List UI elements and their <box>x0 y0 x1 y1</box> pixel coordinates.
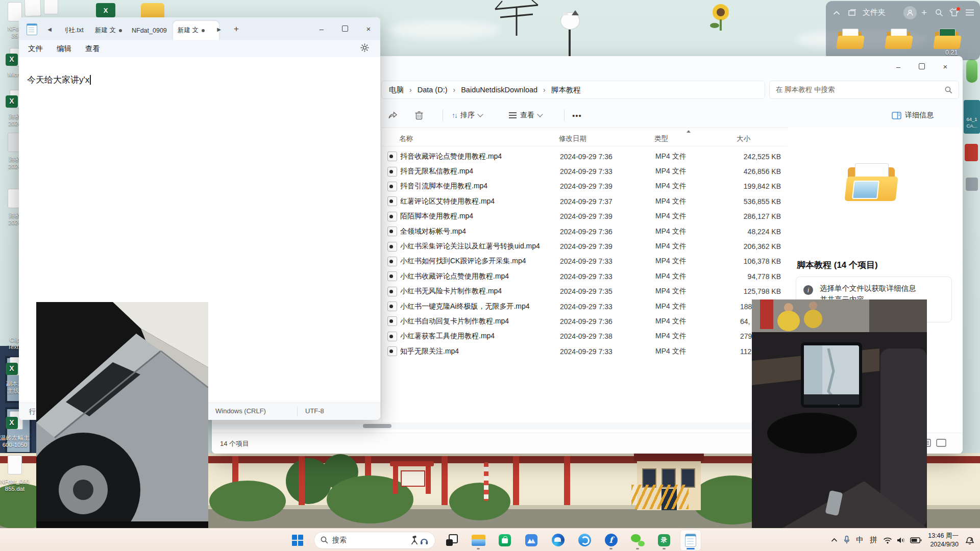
video-overlay-cybertruck-exterior[interactable] <box>36 302 208 528</box>
taskbar-search[interactable]: 搜索 <box>314 532 435 549</box>
minimize-button[interactable]: – <box>310 18 333 39</box>
microphone-icon[interactable] <box>844 536 850 544</box>
desktop-icon-label: NFdat_090 <box>0 478 35 485</box>
notepad-tab[interactable]: 新建 文 <box>173 21 219 40</box>
breadcrumb-item[interactable]: 脚本教程 › <box>551 85 581 95</box>
file-row[interactable]: 抖音引流脚本使用教程.mp4 2024-09-29 7:39 MP4 文件 19… <box>381 179 788 194</box>
taskbar-app-task-view[interactable] <box>442 530 462 550</box>
tab-scroll-left-icon[interactable]: ◀ <box>43 23 56 35</box>
share-button[interactable] <box>388 108 398 123</box>
widget-folder[interactable] <box>886 28 912 50</box>
desktop-icon-sliver-green[interactable] <box>966 59 977 83</box>
file-row[interactable]: 红薯评论区艾特使用教程.mp4 2024-09-29 7:37 MP4 文件 5… <box>381 194 788 209</box>
taskbar-app-store[interactable] <box>495 530 515 550</box>
file-row[interactable]: 小红书一键克隆Ai终极版，无限多开.mp4 2024-09-29 7:33 MP… <box>381 299 788 314</box>
column-header-type[interactable]: 类型 <box>654 134 717 143</box>
tab-scroll-right-icon[interactable]: ▶ <box>213 23 225 35</box>
menu-item[interactable]: 查看 <box>85 44 100 54</box>
breadcrumb-label[interactable]: 脚本教程 <box>551 85 581 95</box>
file-row[interactable]: 小红书无风险卡片制作教程.mp4 2024-09-29 7:35 MP4 文件 … <box>381 284 788 299</box>
view-button[interactable]: 查看 <box>509 108 542 123</box>
file-row[interactable]: 陌陌脚本使用教程.mp4 2024-09-29 7:39 MP4 文件 286,… <box>381 209 788 224</box>
desktop-icon-sliver-red[interactable] <box>965 144 978 161</box>
start-button[interactable] <box>287 530 308 550</box>
details-toggle-button[interactable]: 详细信息 <box>892 108 934 123</box>
add-icon[interactable]: + <box>921 8 927 18</box>
taskbar-app-recorder[interactable]: 录 <box>654 530 674 550</box>
desktop-doc-icon-partial[interactable] <box>24 0 41 17</box>
search-icon[interactable] <box>935 9 943 17</box>
theme-shirt-icon[interactable] <box>949 8 959 18</box>
desktop-doc-icon-partial[interactable] <box>44 0 58 14</box>
explorer-search[interactable]: 在 脚本教程 中搜索 <box>769 81 959 99</box>
breadcrumb-item[interactable]: BaiduNetdiskDownload › <box>461 86 551 94</box>
more-button[interactable]: ••• <box>572 108 582 123</box>
taskbar-app-wechat[interactable] <box>627 530 648 550</box>
file-row[interactable]: 小红书自动回复卡片制作教程.mp4 2024-09-29 7:36 MP4 文件… <box>381 314 788 329</box>
collapse-icon[interactable] <box>833 11 840 15</box>
tray-expand-chevron-icon[interactable] <box>831 538 838 542</box>
file-name: 知乎无限关注.mp4 <box>400 347 560 356</box>
file-row[interactable]: 抖音收藏评论点赞使用教程.mp4 2024-09-29 7:36 MP4 文件 … <box>381 149 788 164</box>
ime-layout[interactable]: 拼 <box>870 535 877 545</box>
menu-icon[interactable] <box>966 9 974 16</box>
taskbar-app-blue-swirl[interactable] <box>574 530 595 550</box>
taskbar-app-edge[interactable] <box>548 530 568 550</box>
desktop-excel-icon-partial[interactable] <box>96 3 115 17</box>
menu-item[interactable]: 编辑 <box>57 44 71 54</box>
file-row[interactable]: 小红书收藏评论点赞使用教程.mp4 2024-09-29 7:33 MP4 文件… <box>381 269 788 284</box>
encoding[interactable]: UTF-8 <box>305 407 324 415</box>
desktop-icon-nfdat-090[interactable]: NFdat_090 855.dat <box>0 455 35 493</box>
maximize-button[interactable] <box>333 18 357 39</box>
horizontal-scrollbar[interactable] <box>212 422 788 430</box>
taskbar-app-file-explorer[interactable] <box>468 530 488 550</box>
account-icon[interactable] <box>903 6 917 19</box>
file-size: 426,856 KB <box>718 167 781 176</box>
minimize-button[interactable]: – <box>887 56 910 77</box>
breadcrumb-label[interactable]: BaiduNetdiskDownload <box>461 86 537 94</box>
column-header-name[interactable]: 名称 <box>399 134 559 143</box>
widget-folder[interactable] <box>934 28 961 50</box>
close-button[interactable]: × <box>357 18 380 39</box>
breadcrumb-label[interactable]: Data (D:) <box>418 86 448 94</box>
scrollbar-thumb[interactable] <box>363 424 391 428</box>
taskbar-app-blue-m[interactable] <box>521 530 542 550</box>
maximize-button[interactable] <box>910 56 934 77</box>
breadcrumb-label[interactable]: 电脑 <box>389 85 404 95</box>
ime-language[interactable]: 中 <box>856 535 864 545</box>
taskbar-app-f-app[interactable]: f <box>601 530 621 550</box>
thumbnail-view-toggle-icon[interactable] <box>936 439 946 447</box>
video-overlay-cybertruck-interior[interactable] <box>752 299 927 528</box>
file-row[interactable]: 小红书采集评论关注以及红薯号转换uid.mp4 2024-09-29 7:39 … <box>381 239 788 254</box>
delete-button[interactable] <box>415 108 423 123</box>
search-icon[interactable] <box>945 86 952 94</box>
tray-clock[interactable]: 13:46 周一 2024/9/30 <box>928 532 959 548</box>
column-header-size[interactable]: 大小 <box>717 134 780 143</box>
column-header-modified[interactable]: 修改日期 <box>559 134 654 143</box>
close-button[interactable]: × <box>934 56 957 77</box>
toolbar-divider <box>564 110 565 121</box>
file-row[interactable]: 知乎无限关注.mp4 2024-09-29 7:33 MP4 文件 112, <box>381 344 788 359</box>
file-row[interactable]: 小红薯获客工具使用教程.mp4 2024-09-29 7:38 MP4 文件 2… <box>381 329 788 344</box>
breadcrumb-item[interactable]: 电脑 › <box>389 85 418 95</box>
notification-bell-icon[interactable] <box>965 536 975 545</box>
desktop-icon-sliver-gray[interactable] <box>966 178 978 191</box>
settings-gear-icon[interactable] <box>360 43 369 52</box>
sort-button[interactable]: ↑↓ 排序 <box>452 108 482 123</box>
file-row[interactable]: 抖音无限私信教程.mp4 2024-09-29 7:33 MP4 文件 426,… <box>381 164 788 179</box>
search-input[interactable]: 在 脚本教程 中搜索 <box>776 85 835 94</box>
tray-network-volume-battery[interactable] <box>883 537 922 544</box>
running-indicator <box>477 548 480 549</box>
notepad-tab[interactable]: NFdat_0909 <box>127 21 180 40</box>
widget-folder[interactable] <box>837 28 864 50</box>
window-icon[interactable] <box>848 9 856 16</box>
desktop-folder-icon-partial[interactable] <box>141 3 164 17</box>
breadcrumb-item[interactable]: Data (D:) › <box>418 86 461 94</box>
line-ending[interactable]: Windows (CRLF) <box>215 407 266 415</box>
desktop-icon-sliver-teal[interactable]: 64_1 CA... <box>964 100 980 134</box>
file-row[interactable]: 小红书如何找到CK跟评论多开采集.mp4 2024-09-29 7:33 MP4… <box>381 254 788 269</box>
taskbar-app-notepad[interactable] <box>680 530 701 550</box>
file-row[interactable]: 全领域对标帐号.mp4 2024-09-29 7:36 MP4 文件 48,22… <box>381 224 788 239</box>
menu-item[interactable]: 文件 <box>28 44 43 54</box>
new-tab-button[interactable]: + <box>230 23 242 35</box>
